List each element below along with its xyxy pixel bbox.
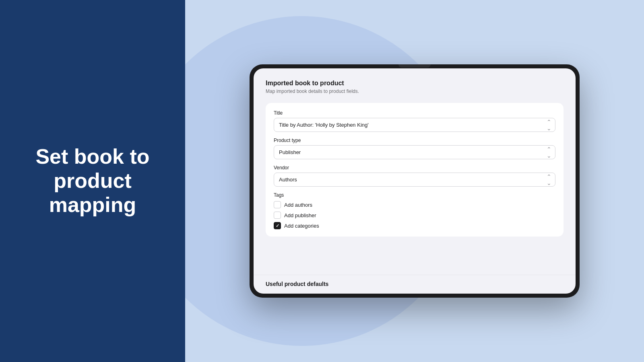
form-card: Title Title by Author: 'Holly by Stephen… — [266, 103, 564, 237]
add-categories-item: Add categories — [274, 222, 555, 229]
title-label: Title — [274, 110, 555, 116]
tags-label: Tags — [274, 192, 555, 198]
add-authors-item: Add authors — [274, 201, 555, 208]
product-type-select-wrapper: Publisher ⌃⌄ — [274, 145, 555, 159]
title-field-group: Title Title by Author: 'Holly by Stephen… — [274, 110, 555, 132]
vendor-label: Vendor — [274, 165, 555, 171]
vendor-field-group: Vendor Authors ⌃⌄ — [274, 165, 555, 187]
tablet-notch — [398, 64, 431, 68]
add-publisher-label: Add publisher — [284, 212, 316, 218]
add-authors-checkbox[interactable] — [274, 201, 281, 208]
title-select-wrapper: Title by Author: 'Holly by Stephen King'… — [274, 118, 555, 132]
tablet-device: Imported book to product Map imported bo… — [250, 64, 580, 298]
vendor-select[interactable]: Authors — [274, 173, 555, 187]
form-subtitle: Map imported book details to product fie… — [266, 88, 564, 94]
form-title: Imported book to product — [266, 80, 564, 87]
add-categories-label: Add categories — [284, 223, 319, 229]
product-type-label: Product type — [274, 138, 555, 143]
vendor-select-wrapper: Authors ⌃⌄ — [274, 173, 555, 187]
product-type-field-group: Product type Publisher ⌃⌄ — [274, 138, 555, 159]
right-panel: Imported book to product Map imported bo… — [185, 0, 644, 362]
add-authors-label: Add authors — [284, 202, 312, 208]
add-publisher-checkbox[interactable] — [274, 212, 281, 219]
bottom-section: Useful product defaults — [254, 275, 576, 294]
form-area: Imported book to product Map imported bo… — [254, 68, 576, 275]
add-categories-checkbox[interactable] — [274, 222, 281, 229]
bottom-title: Useful product defaults — [266, 281, 564, 287]
hero-title: Set book to product mapping — [16, 145, 169, 217]
title-select[interactable]: Title by Author: 'Holly by Stephen King' — [274, 118, 555, 132]
tablet-screen: Imported book to product Map imported bo… — [254, 68, 576, 294]
left-panel: Set book to product mapping — [0, 0, 185, 362]
tags-section: Tags Add authors Add publisher — [274, 192, 555, 229]
product-type-select[interactable]: Publisher — [274, 145, 555, 159]
add-publisher-item: Add publisher — [274, 212, 555, 219]
